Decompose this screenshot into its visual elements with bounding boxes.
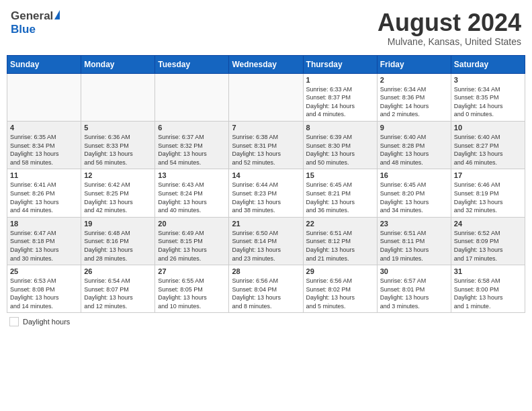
day-info: Sunrise: 6:45 AM Sunset: 8:20 PM Dayligh… xyxy=(380,181,448,214)
day-info: Sunrise: 6:40 AM Sunset: 8:27 PM Dayligh… xyxy=(454,133,522,167)
day-number: 7 xyxy=(232,124,300,132)
day-number: 25 xyxy=(10,267,78,275)
logo: General Blue xyxy=(11,9,60,36)
day-info: Sunrise: 6:33 AM Sunset: 8:37 PM Dayligh… xyxy=(306,85,374,119)
calendar-header-thursday: Thursday xyxy=(303,55,377,73)
calendar-cell: 4Sunrise: 6:35 AM Sunset: 8:34 PM Daylig… xyxy=(7,121,81,169)
day-number: 28 xyxy=(232,267,300,275)
day-number: 9 xyxy=(380,124,448,132)
day-number: 20 xyxy=(158,220,226,228)
day-number: 17 xyxy=(454,171,522,179)
calendar-header-monday: Monday xyxy=(81,55,155,73)
calendar-cell: 31Sunrise: 6:58 AM Sunset: 8:00 PM Dayli… xyxy=(451,265,525,313)
calendar-header-saturday: Saturday xyxy=(451,55,525,73)
day-info: Sunrise: 6:38 AM Sunset: 8:31 PM Dayligh… xyxy=(232,133,300,167)
day-number: 22 xyxy=(306,220,374,228)
calendar-cell: 28Sunrise: 6:56 AM Sunset: 8:04 PM Dayli… xyxy=(229,265,303,313)
calendar-cell: 27Sunrise: 6:55 AM Sunset: 8:05 PM Dayli… xyxy=(155,265,229,313)
day-info: Sunrise: 6:34 AM Sunset: 8:35 PM Dayligh… xyxy=(454,85,522,119)
calendar-cell: 24Sunrise: 6:52 AM Sunset: 8:09 PM Dayli… xyxy=(451,217,525,265)
calendar-cell xyxy=(229,73,303,121)
calendar-cell: 11Sunrise: 6:41 AM Sunset: 8:26 PM Dayli… xyxy=(7,169,81,217)
calendar-cell: 20Sunrise: 6:49 AM Sunset: 8:15 PM Dayli… xyxy=(155,217,229,265)
calendar-cell: 21Sunrise: 6:50 AM Sunset: 8:14 PM Dayli… xyxy=(229,217,303,265)
calendar-header-friday: Friday xyxy=(377,55,451,73)
day-number: 30 xyxy=(380,267,448,275)
day-info: Sunrise: 6:35 AM Sunset: 8:34 PM Dayligh… xyxy=(10,133,78,167)
day-info: Sunrise: 6:34 AM Sunset: 8:36 PM Dayligh… xyxy=(380,85,448,119)
day-number: 10 xyxy=(454,124,522,132)
day-info: Sunrise: 6:49 AM Sunset: 8:15 PM Dayligh… xyxy=(158,229,226,263)
calendar-cell: 29Sunrise: 6:56 AM Sunset: 8:02 PM Dayli… xyxy=(303,265,377,313)
calendar-cell: 7Sunrise: 6:38 AM Sunset: 8:31 PM Daylig… xyxy=(229,121,303,169)
day-number: 2 xyxy=(380,76,448,84)
calendar-cell: 26Sunrise: 6:54 AM Sunset: 8:07 PM Dayli… xyxy=(81,265,155,313)
calendar-cell: 18Sunrise: 6:47 AM Sunset: 8:18 PM Dayli… xyxy=(7,217,81,265)
month-year: August 2024 xyxy=(378,9,521,36)
calendar-cell: 14Sunrise: 6:44 AM Sunset: 8:23 PM Dayli… xyxy=(229,169,303,217)
title-area: August 2024 Mulvane, Kansas, United Stat… xyxy=(378,9,521,47)
calendar-cell: 17Sunrise: 6:46 AM Sunset: 8:19 PM Dayli… xyxy=(451,169,525,217)
day-info: Sunrise: 6:40 AM Sunset: 8:28 PM Dayligh… xyxy=(380,133,448,167)
day-number: 21 xyxy=(232,220,300,228)
day-number: 3 xyxy=(454,76,522,84)
day-info: Sunrise: 6:43 AM Sunset: 8:24 PM Dayligh… xyxy=(158,181,226,214)
day-info: Sunrise: 6:47 AM Sunset: 8:18 PM Dayligh… xyxy=(10,229,78,263)
day-number: 19 xyxy=(84,220,152,228)
day-info: Sunrise: 6:56 AM Sunset: 8:02 PM Dayligh… xyxy=(306,277,374,310)
calendar-cell: 5Sunrise: 6:36 AM Sunset: 8:33 PM Daylig… xyxy=(81,121,155,169)
footer: Daylight hours xyxy=(7,317,525,326)
logo-triangle-icon xyxy=(54,10,60,19)
daylight-label: Daylight hours xyxy=(23,318,70,326)
calendar-week-row: 4Sunrise: 6:35 AM Sunset: 8:34 PM Daylig… xyxy=(7,121,525,169)
day-number: 14 xyxy=(232,171,300,179)
calendar-header-tuesday: Tuesday xyxy=(155,55,229,73)
calendar-cell: 10Sunrise: 6:40 AM Sunset: 8:27 PM Dayli… xyxy=(451,121,525,169)
day-number: 12 xyxy=(84,171,152,179)
day-info: Sunrise: 6:42 AM Sunset: 8:25 PM Dayligh… xyxy=(84,181,152,214)
calendar-cell: 6Sunrise: 6:37 AM Sunset: 8:32 PM Daylig… xyxy=(155,121,229,169)
day-info: Sunrise: 6:53 AM Sunset: 8:08 PM Dayligh… xyxy=(10,277,78,310)
day-number: 1 xyxy=(306,76,374,84)
daylight-box xyxy=(9,317,19,326)
day-info: Sunrise: 6:45 AM Sunset: 8:21 PM Dayligh… xyxy=(306,181,374,214)
calendar-cell: 1Sunrise: 6:33 AM Sunset: 8:37 PM Daylig… xyxy=(303,73,377,121)
day-info: Sunrise: 6:44 AM Sunset: 8:23 PM Dayligh… xyxy=(232,181,300,214)
calendar-cell: 19Sunrise: 6:48 AM Sunset: 8:16 PM Dayli… xyxy=(81,217,155,265)
day-number: 31 xyxy=(454,267,522,275)
day-info: Sunrise: 6:56 AM Sunset: 8:04 PM Dayligh… xyxy=(232,277,300,310)
location: Mulvane, Kansas, United States xyxy=(378,36,521,47)
calendar-cell: 23Sunrise: 6:51 AM Sunset: 8:11 PM Dayli… xyxy=(377,217,451,265)
day-number: 18 xyxy=(10,220,78,228)
day-number: 11 xyxy=(10,171,78,179)
logo-general: General xyxy=(11,9,53,23)
calendar-cell: 25Sunrise: 6:53 AM Sunset: 8:08 PM Dayli… xyxy=(7,265,81,313)
calendar-cell: 22Sunrise: 6:51 AM Sunset: 8:12 PM Dayli… xyxy=(303,217,377,265)
calendar-cell: 12Sunrise: 6:42 AM Sunset: 8:25 PM Dayli… xyxy=(81,169,155,217)
day-number: 16 xyxy=(380,171,448,179)
day-info: Sunrise: 6:58 AM Sunset: 8:00 PM Dayligh… xyxy=(454,277,522,310)
calendar-week-row: 25Sunrise: 6:53 AM Sunset: 8:08 PM Dayli… xyxy=(7,265,525,313)
day-number: 5 xyxy=(84,124,152,132)
day-info: Sunrise: 6:51 AM Sunset: 8:12 PM Dayligh… xyxy=(306,229,374,263)
day-info: Sunrise: 6:57 AM Sunset: 8:01 PM Dayligh… xyxy=(380,277,448,310)
calendar-header-wednesday: Wednesday xyxy=(229,55,303,73)
day-info: Sunrise: 6:51 AM Sunset: 8:11 PM Dayligh… xyxy=(380,229,448,263)
calendar-cell: 30Sunrise: 6:57 AM Sunset: 8:01 PM Dayli… xyxy=(377,265,451,313)
calendar-week-row: 1Sunrise: 6:33 AM Sunset: 8:37 PM Daylig… xyxy=(7,73,525,121)
day-info: Sunrise: 6:37 AM Sunset: 8:32 PM Dayligh… xyxy=(158,133,226,167)
header: General Blue August 2024 Mulvane, Kansas… xyxy=(7,7,525,50)
calendar-cell xyxy=(7,73,81,121)
day-number: 13 xyxy=(158,171,226,179)
day-info: Sunrise: 6:46 AM Sunset: 8:19 PM Dayligh… xyxy=(454,181,522,214)
day-info: Sunrise: 6:50 AM Sunset: 8:14 PM Dayligh… xyxy=(232,229,300,263)
day-info: Sunrise: 6:52 AM Sunset: 8:09 PM Dayligh… xyxy=(454,229,522,263)
day-info: Sunrise: 6:55 AM Sunset: 8:05 PM Dayligh… xyxy=(158,277,226,310)
calendar-week-row: 18Sunrise: 6:47 AM Sunset: 8:18 PM Dayli… xyxy=(7,217,525,265)
day-number: 23 xyxy=(380,220,448,228)
calendar-header-row: SundayMondayTuesdayWednesdayThursdayFrid… xyxy=(7,55,525,73)
calendar-cell xyxy=(155,73,229,121)
day-info: Sunrise: 6:54 AM Sunset: 8:07 PM Dayligh… xyxy=(84,277,152,310)
day-info: Sunrise: 6:39 AM Sunset: 8:30 PM Dayligh… xyxy=(306,133,374,167)
day-info: Sunrise: 6:41 AM Sunset: 8:26 PM Dayligh… xyxy=(10,181,78,214)
